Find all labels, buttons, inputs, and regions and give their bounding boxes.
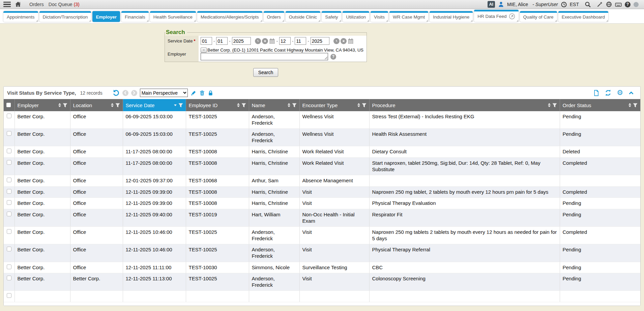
filter-icon[interactable] [178, 103, 183, 107]
sort-icon[interactable] [357, 103, 360, 107]
row-checkbox[interactable] [7, 189, 11, 194]
row-checkbox[interactable] [7, 114, 11, 118]
column-header-service-date[interactable]: Service Date [123, 99, 186, 111]
column-header-employee-id[interactable]: Employee ID [186, 99, 249, 111]
help-icon[interactable]: ? [625, 2, 631, 7]
filter-icon[interactable] [292, 103, 297, 107]
timezone-label[interactable]: EST [570, 2, 579, 7]
module-tab[interactable]: Industrial Hygiene [430, 11, 473, 22]
module-tab[interactable]: Outside Clinic [286, 11, 320, 22]
from-year-input[interactable] [232, 37, 251, 45]
sort-icon[interactable] [237, 103, 240, 107]
ai-assistant-button[interactable]: AI [488, 1, 495, 8]
user-name[interactable]: MIE, Alice [507, 2, 528, 7]
filter-icon[interactable] [552, 103, 557, 107]
table-row[interactable]: Better Corp. Office 12-01-2025 09:37:00 … [4, 175, 640, 187]
search-icon[interactable] [585, 1, 591, 8]
keyboard-icon[interactable] [615, 2, 622, 7]
from-day-input[interactable] [216, 37, 228, 45]
from-date-clear-icon[interactable] [262, 38, 268, 44]
sort-icon[interactable] [58, 103, 61, 107]
employer-remove-button[interactable]: − [201, 48, 207, 53]
sort-descending-icon[interactable] [174, 104, 177, 106]
row-checkbox[interactable] [7, 265, 11, 269]
module-tab[interactable]: Utilization [343, 11, 369, 22]
table-row[interactable]: Better Corp. Office 12-11-2025 09:40:00 … [4, 209, 640, 226]
module-tab[interactable]: Medications/Allergies/Scripts [197, 11, 262, 22]
from-calendar-icon[interactable] [269, 38, 275, 44]
column-header-employer[interactable]: Employer [14, 99, 70, 111]
table-row[interactable]: Better Corp. Office 11-17-2025 08:00:00 … [4, 157, 640, 175]
trash-icon[interactable] [199, 90, 205, 96]
edit-pencil-icon[interactable] [191, 90, 197, 96]
table-row[interactable]: Better Corp. Office 06-09-2025 15:03:00 … [4, 111, 640, 129]
module-tab[interactable]: WR Case Mgmt [389, 11, 428, 22]
table-row[interactable]: Better Corp. Office 12-11-2025 10:46:00 … [4, 244, 640, 262]
hamburger-menu-icon[interactable] [3, 2, 11, 7]
row-checkbox[interactable] [7, 149, 11, 153]
next-perspective-icon[interactable] [131, 90, 137, 96]
module-tab[interactable]: HR Data Feed [474, 10, 518, 22]
row-checkbox[interactable] [7, 276, 11, 280]
select-all-checkbox[interactable] [6, 103, 11, 107]
row-checkbox[interactable] [7, 178, 11, 182]
breadcrumb-orders[interactable]: Orders [29, 2, 44, 7]
filter-icon[interactable] [362, 103, 367, 107]
table-row[interactable]: Better Corp. Office 12-11-2025 11:11:00 … [4, 262, 640, 273]
perspective-select[interactable]: Main Perspective [140, 89, 188, 97]
gear-icon[interactable]: ⚙ [617, 89, 623, 96]
filter-icon[interactable] [63, 103, 67, 107]
home-icon[interactable] [15, 1, 21, 7]
row-checkbox[interactable] [7, 212, 11, 216]
filter-icon[interactable] [115, 103, 120, 107]
refresh-icon[interactable] [605, 89, 612, 96]
search-button[interactable]: Search [253, 68, 278, 77]
sort-icon[interactable] [548, 103, 551, 107]
table-row[interactable]: Better Corp. Office 12-11-2025 10:46:00 … [4, 227, 640, 244]
lock-icon[interactable] [208, 90, 213, 96]
filter-icon[interactable] [241, 103, 246, 107]
row-checkbox[interactable] [7, 229, 11, 234]
column-header-order-status[interactable]: Order Status [560, 99, 640, 111]
column-header-location[interactable]: Location [70, 99, 123, 111]
globe-phone-icon[interactable] [606, 1, 612, 7]
clock-icon[interactable] [561, 2, 567, 7]
table-row[interactable]: Better Corp. Office 06-09-2025 15:03:00 … [4, 129, 640, 146]
filter-icon[interactable] [633, 103, 638, 107]
sort-icon[interactable] [111, 103, 114, 107]
to-month-input[interactable] [279, 37, 291, 45]
row-checkbox[interactable] [7, 200, 11, 205]
sort-icon[interactable] [628, 103, 631, 107]
column-header-procedure[interactable]: Procedure [369, 99, 560, 111]
module-tab[interactable]: Health Surveillance [150, 11, 196, 22]
to-date-clear-icon[interactable] [341, 38, 347, 44]
from-time-clock-icon[interactable] [255, 38, 261, 44]
column-header-encounter-type[interactable]: Encounter Type [299, 99, 369, 111]
external-link-icon[interactable] [509, 13, 515, 20]
row-checkbox[interactable] [7, 247, 11, 251]
module-tab[interactable]: Dictation/Transcription [39, 11, 91, 22]
to-year-input[interactable] [311, 37, 329, 45]
to-time-clock-icon[interactable] [333, 38, 340, 44]
to-calendar-icon[interactable] [348, 38, 354, 44]
user-icon[interactable] [498, 1, 504, 7]
sort-icon[interactable] [288, 103, 290, 107]
employer-search-input[interactable] [201, 53, 328, 60]
table-row[interactable]: Better Corp. Better Corp. 12-11-2025 11:… [4, 273, 640, 291]
module-tab[interactable]: Appointments [3, 11, 38, 22]
table-row[interactable]: Better Corp. Office 12-11-2025 09:39:00 … [4, 198, 640, 209]
module-tab[interactable]: Financials [121, 11, 149, 22]
status-indicator-icon[interactable] [634, 2, 639, 7]
breadcrumb-doc-queue[interactable]: Doc Queue(3) [49, 2, 80, 7]
to-day-input[interactable] [295, 37, 306, 45]
magic-wand-icon[interactable] [597, 1, 603, 7]
previous-perspective-icon[interactable] [122, 90, 128, 96]
collapse-panel-icon[interactable] [628, 90, 634, 96]
from-month-input[interactable] [201, 37, 212, 45]
module-tab[interactable]: Visits [371, 11, 388, 22]
new-document-icon[interactable] [593, 90, 599, 96]
module-tab[interactable]: Safety [322, 11, 341, 22]
module-tab[interactable]: Quality of Care [520, 11, 557, 22]
module-tab[interactable]: Executive Dashboard [558, 11, 608, 22]
table-row[interactable]: Better Corp. Office 12-11-2025 09:39:00 … [4, 186, 640, 198]
